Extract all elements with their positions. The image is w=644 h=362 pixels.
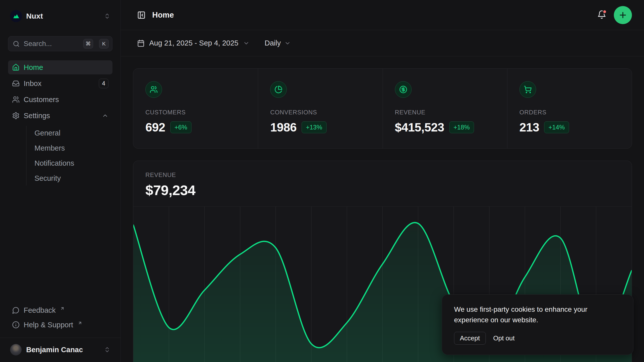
- revenue-card-label: REVENUE: [145, 171, 620, 178]
- arrow-up-right-icon: [60, 306, 65, 311]
- stat-orders[interactable]: ORDERS 213 +14%: [507, 69, 632, 148]
- stat-delta-badge: +6%: [170, 121, 192, 133]
- stat-value: 1986: [270, 120, 297, 134]
- team-name: Nuxt: [26, 12, 100, 20]
- stat-label: ORDERS: [519, 109, 620, 116]
- inbox-count-badge: 4: [99, 79, 108, 88]
- stat-label: CONVERSIONS: [270, 109, 370, 116]
- granularity-label: Daily: [265, 39, 281, 47]
- help-support-link[interactable]: Help & Support: [8, 318, 112, 332]
- search-icon: [13, 40, 20, 47]
- sidebar-item-security[interactable]: Security: [34, 171, 112, 186]
- stat-label: REVENUE: [395, 109, 495, 116]
- message-circle-icon: [12, 306, 20, 314]
- nuxt-logo-icon: [10, 10, 22, 22]
- granularity-select[interactable]: Daily: [265, 39, 291, 47]
- user-menu[interactable]: Benjamin Canac: [0, 338, 120, 362]
- date-range-label: Aug 21, 2025 - Sep 4, 2025: [149, 39, 238, 47]
- search-input[interactable]: Search... ⌘ K: [8, 36, 112, 51]
- sidebar-item-customers[interactable]: Customers: [8, 93, 112, 107]
- page-title: Home: [152, 11, 597, 20]
- team-switcher[interactable]: Nuxt: [8, 10, 112, 22]
- revenue-card-value: $79,234: [145, 182, 620, 198]
- chevron-down-icon: [284, 40, 291, 47]
- user-name: Benjamin Canac: [26, 346, 99, 354]
- add-button[interactable]: [614, 6, 632, 24]
- feedback-link[interactable]: Feedback: [8, 303, 112, 318]
- stat-delta-badge: +14%: [544, 121, 569, 133]
- notification-dot: [602, 10, 607, 14]
- users-icon: [145, 81, 162, 98]
- stats-cards: CUSTOMERS 692 +6% CONVERSIONS 1986 +13%: [133, 68, 632, 149]
- sidebar-footer: Feedback Help & Support Benjamin Canac: [0, 303, 120, 362]
- stat-value: 213: [519, 120, 539, 134]
- plus-icon: [618, 11, 627, 20]
- sidebar-item-settings[interactable]: Settings: [8, 109, 112, 123]
- sidebar: Nuxt Search... ⌘ K Home Inbox 4 Customer…: [0, 0, 121, 362]
- stat-customers[interactable]: CUSTOMERS 692 +6%: [133, 69, 258, 148]
- cart-icon: [519, 81, 536, 98]
- kbd-cmd: ⌘: [83, 39, 93, 49]
- cookie-banner: We use first-party cookies to enhance yo…: [442, 294, 633, 355]
- date-range-picker[interactable]: Aug 21, 2025 - Sep 4, 2025: [137, 39, 250, 47]
- kbd-k: K: [99, 39, 109, 49]
- collapse-sidebar-button[interactable]: [137, 11, 146, 19]
- chevrons-up-down-icon: [104, 346, 110, 353]
- arrow-up-right-icon: [78, 321, 82, 325]
- sidebar-nav: Home Inbox 4 Customers Settings General …: [8, 60, 112, 186]
- chevron-down-icon: [243, 40, 250, 47]
- sidebar-item-members[interactable]: Members: [34, 141, 112, 155]
- dollar-circle-icon: [395, 81, 412, 98]
- info-icon: [12, 321, 20, 329]
- sidebar-item-notifications[interactable]: Notifications: [34, 156, 112, 170]
- opt-out-button[interactable]: Opt out: [493, 334, 515, 342]
- pie-chart-icon: [270, 81, 287, 98]
- stat-value: 692: [145, 120, 165, 134]
- users-icon: [12, 96, 20, 103]
- search-placeholder: Search...: [24, 40, 79, 48]
- stat-delta-badge: +18%: [449, 121, 474, 133]
- sidebar-item-home[interactable]: Home: [8, 60, 112, 74]
- chevron-up-icon: [102, 112, 108, 119]
- gear-icon: [12, 112, 20, 119]
- settings-subnav: General Members Notifications Security: [26, 126, 112, 186]
- stat-delta-badge: +13%: [302, 121, 327, 133]
- calendar-icon: [137, 39, 145, 47]
- home-icon: [12, 64, 20, 71]
- stat-revenue[interactable]: REVENUE $415,523 +18%: [383, 69, 507, 148]
- filters-toolbar: Aug 21, 2025 - Sep 4, 2025 Daily: [121, 30, 644, 56]
- page-header: Home: [121, 0, 644, 30]
- stat-label: CUSTOMERS: [145, 109, 246, 116]
- chevrons-up-down-icon: [104, 13, 110, 19]
- stat-conversions[interactable]: CONVERSIONS 1986 +13%: [258, 69, 382, 148]
- cookie-message: We use first-party cookies to enhance yo…: [454, 304, 621, 325]
- stat-value: $415,523: [395, 120, 444, 134]
- sidebar-item-general[interactable]: General: [34, 126, 112, 140]
- accept-cookies-button[interactable]: Accept: [454, 332, 486, 345]
- main-area: Home Aug 21, 2025 - Sep 4, 2025 Daily: [121, 0, 644, 362]
- panel-left-close-icon: [137, 11, 146, 19]
- avatar: [10, 344, 22, 355]
- sidebar-item-inbox[interactable]: Inbox 4: [8, 76, 112, 90]
- inbox-icon: [12, 80, 20, 87]
